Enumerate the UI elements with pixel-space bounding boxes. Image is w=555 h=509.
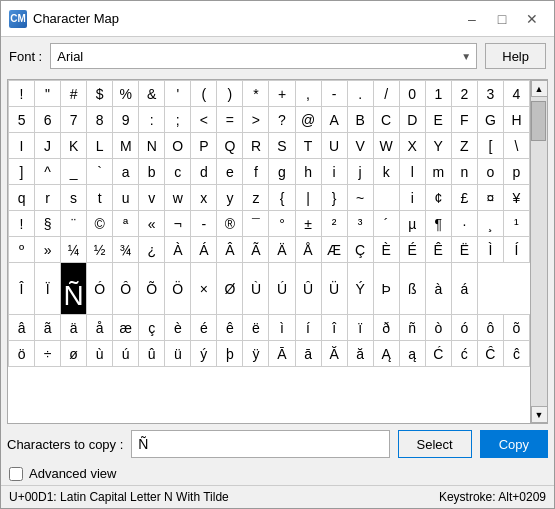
char-cell[interactable]: V — [347, 133, 373, 159]
char-cell[interactable]: l — [399, 159, 425, 185]
char-cell[interactable]: Á — [191, 237, 217, 263]
char-cell[interactable]: K — [61, 133, 87, 159]
char-cell[interactable]: ¶ — [425, 211, 451, 237]
char-cell[interactable]: Þ — [373, 263, 399, 315]
char-cell[interactable]: @ — [295, 107, 321, 133]
char-cell[interactable]: ² — [321, 211, 347, 237]
char-cell[interactable]: S — [269, 133, 295, 159]
char-cell[interactable]: x — [191, 185, 217, 211]
char-cell[interactable]: 5 — [9, 107, 35, 133]
char-cell[interactable]: r — [35, 185, 61, 211]
char-cell[interactable]: ö — [9, 341, 35, 367]
char-cell[interactable]: ì — [269, 315, 295, 341]
char-cell[interactable]: i — [321, 159, 347, 185]
char-cell[interactable]: ± — [295, 211, 321, 237]
char-cell[interactable]: ò — [425, 315, 451, 341]
char-cell[interactable]: 2 — [451, 81, 477, 107]
char-cell[interactable]: ù — [87, 341, 113, 367]
char-cell[interactable]: M — [113, 133, 139, 159]
char-cell[interactable]: [ — [477, 133, 503, 159]
char-cell[interactable]: Ć — [425, 341, 451, 367]
char-cell[interactable]: ÷ — [35, 341, 61, 367]
char-cell[interactable]: / — [373, 81, 399, 107]
char-cell[interactable]: T — [295, 133, 321, 159]
char-cell[interactable]: ( — [191, 81, 217, 107]
char-cell[interactable]: e — [217, 159, 243, 185]
char-cell[interactable]: t — [87, 185, 113, 211]
char-cell[interactable]: Ą — [373, 341, 399, 367]
char-cell[interactable]: O — [165, 133, 191, 159]
char-cell[interactable]: E — [425, 107, 451, 133]
char-cell[interactable]: » — [35, 237, 61, 263]
char-cell[interactable]: ~ — [347, 185, 373, 211]
char-cell[interactable]: õ — [503, 315, 529, 341]
chars-to-copy-input[interactable] — [131, 430, 389, 458]
char-cell[interactable]: ĉ — [503, 341, 529, 367]
char-cell[interactable]: 9 — [113, 107, 139, 133]
char-cell[interactable]: \ — [503, 133, 529, 159]
char-cell[interactable]: ! — [9, 211, 35, 237]
char-cell[interactable]: D — [399, 107, 425, 133]
char-cell[interactable]: X — [399, 133, 425, 159]
char-cell[interactable]: W — [373, 133, 399, 159]
char-cell[interactable]: a — [113, 159, 139, 185]
char-cell[interactable]: ë — [243, 315, 269, 341]
char-cell[interactable]: ó — [451, 315, 477, 341]
char-cell[interactable]: ą — [399, 341, 425, 367]
char-cell[interactable]: © — [87, 211, 113, 237]
char-cell[interactable]: ć — [451, 341, 477, 367]
char-cell[interactable]: ¸ — [477, 211, 503, 237]
char-cell[interactable]: Ø — [217, 263, 243, 315]
char-cell[interactable]: ´ — [373, 211, 399, 237]
char-cell[interactable]: c — [165, 159, 191, 185]
char-cell[interactable]: â — [9, 315, 35, 341]
char-cell[interactable]: } — [321, 185, 347, 211]
char-cell[interactable]: H — [503, 107, 529, 133]
char-cell[interactable]: g — [269, 159, 295, 185]
char-cell[interactable]: k — [373, 159, 399, 185]
char-cell[interactable]: 4 — [503, 81, 529, 107]
char-cell[interactable]: ñ — [399, 315, 425, 341]
char-cell[interactable]: Ú — [269, 263, 295, 315]
char-cell[interactable]: Õ — [139, 263, 165, 315]
char-cell[interactable] — [373, 185, 399, 211]
char-cell[interactable]: Ñ — [61, 263, 87, 315]
scroll-track[interactable] — [531, 97, 547, 406]
char-cell[interactable]: ÿ — [243, 341, 269, 367]
char-cell[interactable]: F — [451, 107, 477, 133]
char-cell[interactable]: ª — [113, 211, 139, 237]
char-cell[interactable]: ā — [295, 341, 321, 367]
char-cell[interactable]: þ — [217, 341, 243, 367]
char-cell[interactable]: , — [295, 81, 321, 107]
help-button[interactable]: Help — [485, 43, 546, 69]
advanced-view-checkbox[interactable] — [9, 467, 23, 481]
char-cell[interactable]: 1 — [425, 81, 451, 107]
char-cell[interactable]: Y — [425, 133, 451, 159]
select-button[interactable]: Select — [398, 430, 472, 458]
char-cell[interactable]: $ — [87, 81, 113, 107]
char-cell[interactable]: - — [191, 211, 217, 237]
char-cell[interactable]: j — [347, 159, 373, 185]
char-cell[interactable]: C — [373, 107, 399, 133]
char-cell[interactable]: Â — [217, 237, 243, 263]
char-cell[interactable]: Ý — [347, 263, 373, 315]
char-cell[interactable]: ï — [347, 315, 373, 341]
char-cell[interactable]: B — [347, 107, 373, 133]
char-cell[interactable]: n — [451, 159, 477, 185]
char-cell[interactable]: : — [139, 107, 165, 133]
char-cell[interactable]: < — [191, 107, 217, 133]
char-cell[interactable]: Æ — [321, 237, 347, 263]
char-cell[interactable]: ? — [269, 107, 295, 133]
char-cell[interactable]: h — [295, 159, 321, 185]
char-cell[interactable]: Ù — [243, 263, 269, 315]
char-cell[interactable]: G — [477, 107, 503, 133]
char-cell[interactable]: ð — [373, 315, 399, 341]
char-cell[interactable]: N — [139, 133, 165, 159]
char-cell[interactable]: Å — [295, 237, 321, 263]
char-cell[interactable]: Q — [217, 133, 243, 159]
char-cell[interactable]: ¯ — [243, 211, 269, 237]
char-cell[interactable]: Ê — [425, 237, 451, 263]
char-cell[interactable]: { — [269, 185, 295, 211]
char-cell[interactable]: s — [61, 185, 87, 211]
char-cell[interactable]: á — [451, 263, 477, 315]
